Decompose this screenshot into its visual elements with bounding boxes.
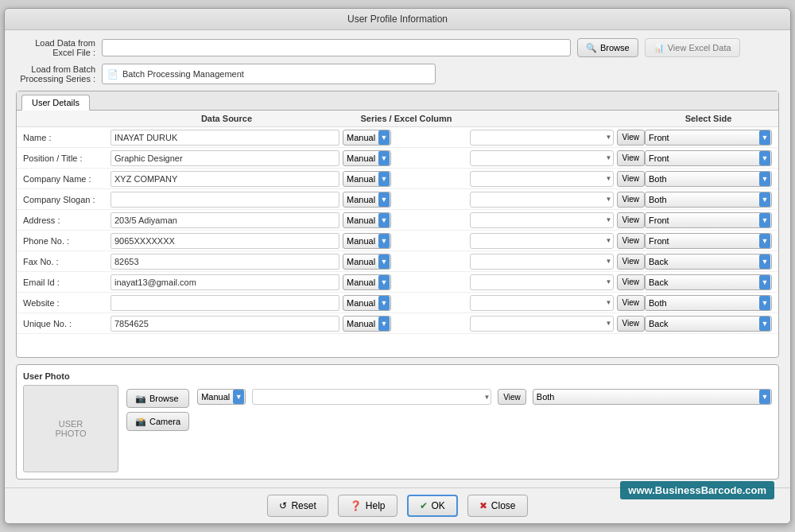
datasource-cell: ManualExcelSeries▼: [343, 274, 470, 290]
datasource-select[interactable]: ManualExcelSeries: [343, 254, 391, 270]
series-select[interactable]: [470, 316, 614, 332]
close-icon: ✖: [479, 500, 487, 511]
series-cell: ▼View: [470, 295, 645, 311]
table-row: Phone No. :9065XXXXXXXManualExcelSeries▼…: [17, 231, 778, 251]
series-wrapper: ▼: [470, 130, 614, 146]
row-value: inayat13@gmail.com: [111, 274, 339, 290]
series-wrapper: ▼: [470, 274, 614, 290]
excel-file-input[interactable]: [102, 39, 571, 56]
side-select[interactable]: FrontBackBoth: [645, 150, 772, 166]
datasource-select[interactable]: ManualExcelSeries: [343, 171, 391, 187]
series-cell: ▼View: [470, 254, 645, 270]
table-row: Email Id :inayat13@gmail.comManualExcelS…: [17, 272, 778, 293]
side-wrapper: FrontBackBoth▼: [645, 295, 772, 311]
side-cell: FrontBackBoth▼: [645, 316, 772, 332]
series-select[interactable]: [470, 150, 614, 166]
table-row: Website :ManualExcelSeries▼▼ViewFrontBac…: [17, 293, 778, 313]
reset-button[interactable]: ↺ Reset: [267, 495, 328, 517]
side-cell: FrontBackBoth▼: [645, 274, 772, 290]
col-header-selectside: Select Side: [645, 114, 772, 123]
column-headers: Data Source Series / Excel Column Select…: [17, 111, 778, 127]
series-cell: ▼View: [470, 233, 645, 249]
user-photo-section: User Photo USER PHOTO 📷 Browse 📸 Came: [16, 364, 779, 480]
row-label: Fax No. :: [23, 257, 111, 266]
series-select[interactable]: [470, 192, 614, 208]
view-button[interactable]: View: [617, 212, 646, 228]
row-label: Phone No. :: [23, 236, 111, 246]
col-header-side: [470, 114, 645, 123]
datasource-select[interactable]: ManualExcelSeries: [343, 233, 391, 249]
datasource-wrapper: ManualExcelSeries▼: [343, 295, 391, 311]
datasource-select[interactable]: ManualExcelSeries: [343, 150, 391, 166]
series-select[interactable]: [470, 171, 614, 187]
row-label: Company Name :: [23, 174, 111, 184]
view-button[interactable]: View: [617, 171, 646, 187]
side-select[interactable]: FrontBackBoth: [645, 254, 772, 270]
row-label: Position / Title :: [23, 153, 111, 163]
series-select[interactable]: [470, 295, 614, 311]
side-wrapper: FrontBackBoth▼: [645, 150, 772, 166]
side-select[interactable]: FrontBackBoth: [645, 171, 772, 187]
side-select[interactable]: FrontBackBoth: [645, 274, 772, 290]
photo-view-button[interactable]: View: [498, 389, 526, 405]
datasource-select[interactable]: ManualExcelSeries: [343, 295, 391, 311]
datasource-wrapper: ManualExcelSeries▼: [343, 192, 391, 208]
side-wrapper: FrontBackBoth▼: [645, 212, 772, 228]
browse-excel-button[interactable]: 🔍 Browse: [577, 38, 638, 57]
side-select[interactable]: FrontBackBoth: [645, 130, 772, 146]
photo-side-select[interactable]: Front Back Both: [533, 389, 772, 405]
view-excel-button[interactable]: 📊 View Excel Data: [645, 38, 740, 57]
view-button[interactable]: View: [617, 192, 646, 208]
datasource-select[interactable]: ManualExcelSeries: [343, 212, 391, 228]
side-select[interactable]: FrontBackBoth: [645, 192, 772, 208]
series-select[interactable]: [470, 130, 614, 146]
photo-side-wrapper: Front Back Both ▼: [533, 389, 772, 405]
help-button[interactable]: ❓ Help: [338, 495, 398, 517]
browse-photo-button[interactable]: 📷 Browse: [126, 389, 189, 408]
help-icon: ❓: [350, 500, 362, 511]
close-button[interactable]: ✖ Close: [467, 495, 528, 517]
datasource-select[interactable]: ManualExcelSeries: [343, 192, 391, 208]
side-wrapper: FrontBackBoth▼: [645, 316, 772, 332]
side-select[interactable]: FrontBackBoth: [645, 212, 772, 228]
datasource-select[interactable]: ManualExcelSeries: [343, 274, 391, 290]
datasource-wrapper: ManualExcelSeries▼: [343, 212, 391, 228]
series-wrapper: ▼: [470, 233, 614, 249]
tab-user-details[interactable]: User Details: [21, 95, 90, 111]
camera-icon: 📸: [135, 417, 146, 427]
watermark: www.BusinessBarcode.com: [620, 481, 774, 499]
row-label: Company Slogan :: [23, 195, 111, 204]
view-excel-icon: 📊: [653, 43, 665, 53]
view-button[interactable]: View: [617, 274, 646, 290]
view-button[interactable]: View: [617, 295, 646, 311]
table-row: Company Name :XYZ COMPANYManualExcelSeri…: [17, 169, 778, 189]
row-value: INAYAT DURUK: [111, 130, 339, 146]
row-value: 82653: [111, 254, 339, 270]
datasource-select[interactable]: ManualExcelSeries: [343, 316, 391, 332]
side-wrapper: FrontBackBoth▼: [645, 274, 772, 290]
window-title: User Profile Information: [347, 14, 448, 25]
view-button[interactable]: View: [617, 233, 646, 249]
ok-button[interactable]: ✔ OK: [407, 495, 458, 517]
series-select[interactable]: [470, 233, 614, 249]
series-select[interactable]: [470, 254, 614, 270]
photo-series-wrapper: ▼: [252, 389, 491, 405]
excel-label: Load Data from Excel File :: [16, 38, 95, 57]
view-button[interactable]: View: [617, 130, 646, 146]
side-select[interactable]: FrontBackBoth: [645, 233, 772, 249]
series-select[interactable]: [470, 212, 614, 228]
photo-datasource-select[interactable]: Manual Excel Series: [197, 389, 246, 405]
series-cell: ▼View: [470, 130, 645, 146]
series-select[interactable]: [470, 274, 614, 290]
side-select[interactable]: FrontBackBoth: [645, 295, 772, 311]
photo-series-select[interactable]: [252, 389, 491, 405]
side-select[interactable]: FrontBackBoth: [645, 316, 772, 332]
datasource-select[interactable]: ManualExcelSeries: [343, 130, 391, 146]
view-button[interactable]: View: [617, 316, 646, 332]
table-row: Fax No. :82653ManualExcelSeries▼▼ViewFro…: [17, 251, 778, 272]
view-button[interactable]: View: [617, 254, 646, 270]
batch-label: Load from Batch Processing Series :: [16, 64, 95, 83]
side-cell: FrontBackBoth▼: [645, 192, 772, 208]
camera-button[interactable]: 📸 Camera: [126, 412, 189, 431]
view-button[interactable]: View: [617, 150, 646, 166]
